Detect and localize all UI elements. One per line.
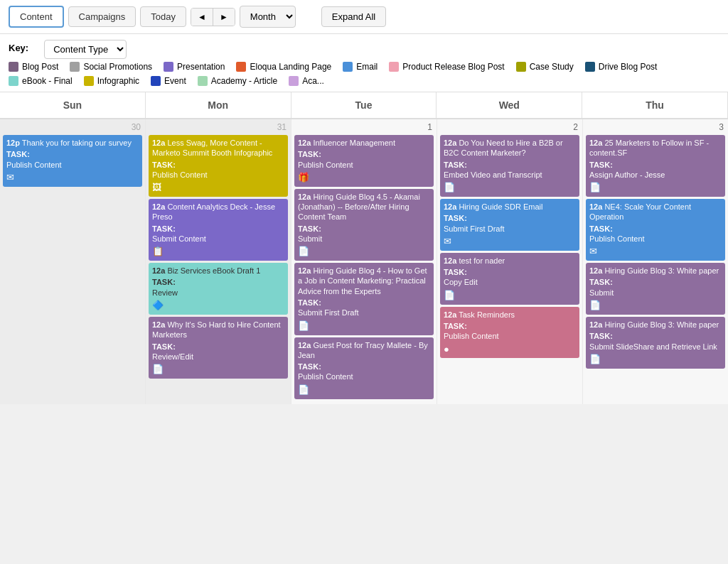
prev-button[interactable]: ◄: [191, 9, 213, 26]
task-label: TASK:: [444, 267, 576, 277]
nav-arrows: ◄ ►: [191, 8, 235, 26]
event-title: Less Swag, More Content - Marketo Summit…: [152, 139, 272, 157]
event-title: Guest Post for Tracy Mallete - By Jean: [298, 341, 428, 359]
key-item: Academy - Article: [198, 76, 277, 86]
task-label: TASK:: [444, 160, 576, 170]
event-card[interactable]: 12a Hiring Guide SDR EmailTASK:Submit Fi…: [440, 199, 579, 251]
today-button[interactable]: Today: [140, 6, 186, 27]
event-card[interactable]: 12a Do You Need to Hire a B2B or B2C Con…: [440, 135, 579, 197]
content-tab-button[interactable]: Content: [9, 6, 64, 28]
task-label: TASK:: [589, 160, 722, 170]
task-text: Publish Content: [589, 234, 722, 244]
task-label: TASK:: [152, 160, 284, 170]
key-item-label: Eloqua Landing Page: [250, 62, 331, 72]
event-card[interactable]: 12p Thank you for taking our surveyTASK:…: [3, 135, 142, 187]
task-label: TASK:: [298, 298, 430, 308]
event-icon: 🔷: [152, 300, 284, 312]
key-item-label: Product Release Blog Post: [402, 62, 504, 72]
event-card[interactable]: 12a Guest Post for Tracy Mallete - By Je…: [294, 337, 434, 399]
event-icon: 📄: [298, 246, 430, 258]
event-icon: ●: [444, 344, 576, 356]
event-time: 12a: [589, 139, 602, 147]
key-item: Social Promotions: [70, 62, 152, 72]
task-text: Publish Content: [6, 160, 139, 170]
event-card[interactable]: 12a Biz Services eBook Draft 1TASK:Revie…: [149, 263, 288, 315]
event-time: 12a: [298, 341, 311, 349]
next-button[interactable]: ►: [213, 9, 235, 26]
event-card[interactable]: 12a Hiring Guide Blog 3: White paperTASK…: [586, 263, 725, 315]
key-swatch: [236, 62, 246, 72]
calendar-wrapper: SunMonTueWedThu 3012p Thank you for taki…: [0, 92, 728, 404]
event-icon: ✉: [589, 246, 722, 258]
key-swatch: [389, 62, 399, 72]
event-time: 12a: [152, 266, 165, 275]
event-time: 12a: [444, 256, 456, 265]
event-title: Content Analytics Deck - Jesse Preso: [152, 202, 275, 221]
key-swatch: [164, 62, 173, 72]
event-card[interactable]: 12a Why It's So Hard to Hire Content Mar…: [149, 317, 288, 379]
key-swatch: [9, 62, 18, 72]
key-item: Aca...: [289, 76, 324, 86]
event-title: Biz Services eBook Draft 1: [167, 266, 260, 275]
task-label: TASK:: [589, 277, 722, 287]
event-time: 12a: [152, 320, 165, 329]
event-icon: 📄: [589, 354, 722, 366]
calendar-header: SunMonTueWedThu: [0, 92, 728, 119]
event-card[interactable]: 12a test for naderTASK:Copy Edit📄: [440, 253, 579, 305]
key-item: Presentation: [164, 62, 225, 72]
event-card[interactable]: 12a NE4: Scale Your Content OperationTAS…: [586, 199, 725, 261]
key-item: Blog Post: [9, 62, 58, 72]
event-title: Hiring Guide Blog 3: White paper: [604, 320, 719, 329]
task-label: TASK:: [298, 362, 430, 372]
event-card[interactable]: 12a Influencer ManagementTASK:Publish Co…: [294, 135, 434, 187]
key-item-label: Drive Blog Post: [599, 62, 658, 72]
event-time: 12a: [298, 192, 311, 201]
key-item-label: Academy - Article: [211, 76, 277, 86]
key-item: Email: [343, 62, 378, 72]
expand-all-button[interactable]: Expand All: [321, 6, 386, 27]
key-swatch: [9, 76, 18, 86]
event-card[interactable]: 12a Content Analytics Deck - Jesse Preso…: [149, 199, 288, 261]
event-time: 12a: [152, 139, 165, 147]
event-icon: 📄: [298, 320, 430, 332]
event-card[interactable]: 12a 25 Marketers to Follow in SF - conte…: [586, 135, 725, 197]
task-label: TASK:: [152, 342, 284, 352]
calendar-day: 3112a Less Swag, More Content - Marketo …: [146, 119, 291, 404]
event-time: 12a: [589, 320, 602, 329]
event-icon: 📄: [444, 290, 576, 302]
task-text: Submit First Draft: [444, 224, 576, 234]
event-card[interactable]: 12a Task RemindersTASK:Publish Content●: [440, 307, 579, 359]
event-icon: 📄: [444, 182, 576, 194]
task-text: Submit: [589, 288, 722, 298]
event-card[interactable]: 12a Hiring Guide Blog 4.5 - Akamai (Jona…: [294, 189, 434, 261]
task-text: Publish Content: [298, 160, 430, 170]
calendar-day: 3012p Thank you for taking our surveyTAS…: [0, 119, 145, 404]
event-card[interactable]: 12a Hiring Guide Blog 4 - How to Get a J…: [294, 263, 434, 335]
event-title: test for nader: [459, 256, 505, 265]
task-label: TASK:: [444, 321, 576, 331]
task-text: Assign Author - Jesse: [589, 170, 722, 180]
event-title: Influencer Management: [313, 139, 395, 147]
event-title: Why It's So Hard to Hire Content Markete…: [152, 320, 281, 339]
calendar-header-cell: Thu: [582, 92, 728, 118]
day-number: 1: [294, 122, 434, 132]
key-swatch: [84, 76, 94, 86]
event-time: 12a: [589, 266, 602, 275]
event-title: Thank you for taking our survey: [22, 139, 132, 147]
key-bar: Key: Content Type Blog PostSocial Promot…: [0, 34, 728, 92]
key-label: Key:: [9, 40, 28, 57]
task-text: Embed Video and Transcript: [444, 170, 576, 180]
campaigns-tab-button[interactable]: Campaigns: [68, 6, 136, 27]
content-type-select[interactable]: Content Type: [44, 40, 127, 59]
key-swatch: [289, 76, 299, 86]
task-text: Submit SlideShare and Retrieve Link: [589, 342, 722, 352]
event-card[interactable]: 12a Hiring Guide Blog 3: White paperTASK…: [586, 317, 725, 369]
task-text: Submit Content: [152, 234, 284, 244]
key-item-label: Case Study: [530, 62, 574, 72]
task-text: Publish Content: [152, 170, 284, 180]
event-card[interactable]: 12a Less Swag, More Content - Marketo Su…: [149, 135, 288, 197]
month-select[interactable]: Month: [240, 6, 296, 28]
key-swatch: [198, 76, 208, 86]
event-title: Hiring Guide Blog 4.5 - Akamai (Jonathan…: [298, 192, 420, 222]
calendar-header-cell: Wed: [437, 92, 582, 118]
